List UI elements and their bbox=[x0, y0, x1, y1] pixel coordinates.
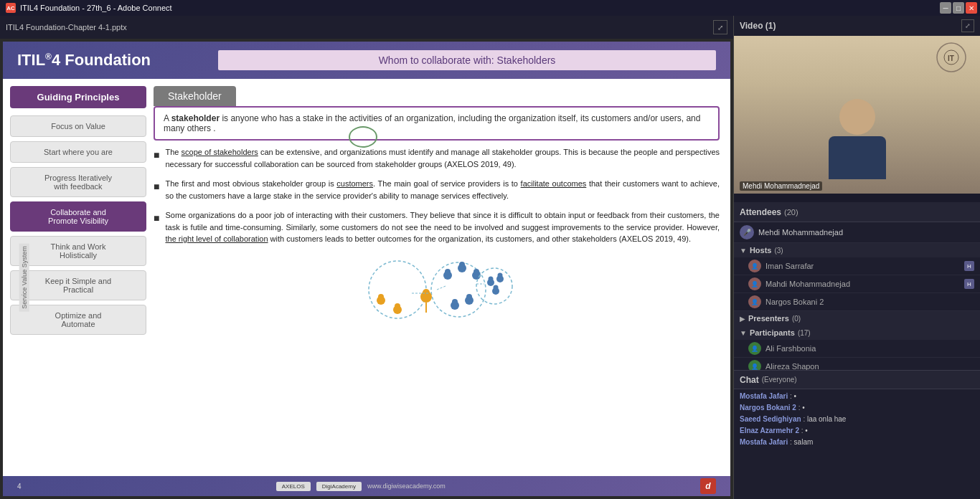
chat-colon-0: : bbox=[790, 392, 792, 400]
presenters-count: (0) bbox=[792, 315, 801, 323]
host-name-2: Nargos Bokani 2 bbox=[765, 298, 974, 306]
presenters-group-header[interactable]: ▶ Presenters (0) bbox=[734, 311, 980, 325]
axelos-logo: AXELOS bbox=[276, 482, 311, 491]
svg-text:IT: IT bbox=[948, 54, 954, 62]
host-name-0: Iman Sarrafar bbox=[765, 262, 960, 270]
footer-logos: AXELOS DigiAcademy www.digiwiseacademy.c… bbox=[276, 482, 446, 491]
video-expand-button[interactable]: ⤢ bbox=[961, 19, 974, 32]
main-attendee-name: Mehdi Mohammadnejad bbox=[758, 228, 843, 237]
attendees-count: (20) bbox=[784, 208, 798, 217]
presenter-name: Mehdi Mohammadnejad bbox=[740, 181, 822, 191]
svg-point-12 bbox=[459, 262, 465, 267]
attendees-title: Attendees bbox=[740, 207, 781, 217]
stakeholder-text: ■ The scope of stakeholders can be exten… bbox=[154, 146, 720, 250]
participant-row-1: 👤 Alireza Shapon bbox=[734, 358, 980, 370]
chat-header: Chat (Everyone) bbox=[734, 371, 980, 389]
svg-point-10 bbox=[445, 269, 451, 275]
participants-count: (17) bbox=[798, 329, 811, 337]
slide-area: ITIL®4 Foundation Whom to collaborate wi… bbox=[3, 42, 730, 496]
chat-sender-4: Mostafa Jafari bbox=[740, 438, 788, 446]
window-controls: ─ □ ✕ bbox=[940, 2, 977, 14]
chat-message-2: Saeed Sedighiyan : laa onla hae bbox=[740, 415, 974, 423]
chat-sender-0: Mostafa Jafari bbox=[740, 392, 788, 400]
svg-point-8 bbox=[395, 303, 400, 309]
window-title: ITIL4 Foundation - 27th_6 - Adobe Connec… bbox=[20, 4, 172, 12]
video-title: Video (1) bbox=[740, 21, 776, 31]
slide-nav: Service Value System Guiding Principles … bbox=[3, 79, 146, 476]
chat-sender-2: Saeed Sedighiyan bbox=[740, 415, 801, 423]
definition-text: A stakeholder is anyone who has a stake … bbox=[164, 113, 700, 133]
d-badge: d bbox=[700, 478, 716, 494]
bullet-text-2: The first and most obvious stakeholder g… bbox=[165, 178, 720, 201]
participants-group-header[interactable]: ▼ Participants (17) bbox=[734, 325, 980, 340]
participant-name-1: Alireza Shapon bbox=[765, 362, 974, 370]
attendees-header: Attendees (20) bbox=[734, 202, 980, 222]
maximize-button[interactable]: □ bbox=[953, 2, 964, 14]
chat-message-3: Elnaz Azarmehr 2 : • bbox=[740, 427, 974, 434]
hosts-label: Hosts bbox=[750, 246, 772, 255]
chat-colon-2: : bbox=[803, 415, 805, 423]
stakeholder-tab[interactable]: Stakeholder bbox=[154, 86, 236, 106]
circle-annotation bbox=[349, 126, 377, 148]
host-avatar-2: 👤 bbox=[748, 295, 761, 308]
presenters-label: Presenters bbox=[748, 314, 789, 323]
host-badge-1: H bbox=[964, 279, 974, 289]
bullet-item-3: ■ Some organizations do a poor job of in… bbox=[154, 209, 720, 250]
chat-text-3: • bbox=[805, 427, 808, 434]
hosts-group-header[interactable]: ▼ Hosts (3) bbox=[734, 243, 980, 257]
nav-optimize[interactable]: Optimize andAutomate bbox=[10, 305, 146, 335]
chat-text-0: • bbox=[794, 392, 797, 400]
participant-row-0: 👤 Ali Farshbonia bbox=[734, 340, 980, 358]
participants-arrow-icon: ▼ bbox=[740, 329, 747, 337]
nav-collaborate[interactable]: Collaborate andPromote Visibility bbox=[10, 201, 146, 232]
main-layout: ITIL4 Foundation-Chapter 4-1.pptx ⤢ ITIL… bbox=[0, 16, 980, 499]
nav-focus-on-value[interactable]: Focus on Value bbox=[10, 115, 146, 137]
nav-think-holistically[interactable]: Think and WorkHolistically bbox=[10, 236, 146, 266]
website-label: www.digiwiseacademy.com bbox=[367, 483, 446, 490]
svg-point-23 bbox=[488, 276, 493, 281]
diagram-area bbox=[154, 254, 720, 328]
svg-point-16 bbox=[466, 294, 472, 300]
network-diagram bbox=[344, 254, 530, 325]
svg-point-3 bbox=[423, 289, 430, 296]
svg-point-18 bbox=[452, 299, 458, 305]
svg-point-6 bbox=[378, 294, 384, 300]
attendees-section: Attendees (20) 🎤 Mehdi Mohammadnejad ▼ H… bbox=[734, 202, 980, 370]
host-avatar-0: 👤 bbox=[748, 260, 761, 272]
slide-title: Whom to collaborate with: Stakeholders bbox=[218, 50, 716, 70]
chat-sender-3: Elnaz Azarmehr 2 bbox=[740, 427, 799, 434]
host-avatar-1: 👤 bbox=[748, 277, 761, 290]
chat-colon-4: : bbox=[790, 438, 792, 446]
nav-start-where-you-are[interactable]: Start where you are bbox=[10, 141, 146, 163]
hosts-arrow-icon: ▼ bbox=[740, 247, 747, 255]
presentation-expand-button[interactable]: ⤢ bbox=[713, 20, 727, 34]
stakeholder-definition: A stakeholder is anyone who has a stake … bbox=[154, 106, 720, 141]
chat-sender-1: Nargos Bokani 2 bbox=[740, 404, 796, 412]
side-label: Service Value System bbox=[19, 243, 29, 311]
chat-message-1: Nargos Bokani 2 : • bbox=[740, 404, 974, 412]
chat-section: Chat (Everyone) Mostafa Jafari : • Nargo… bbox=[734, 370, 980, 499]
chat-message-0: Mostafa Jafari : • bbox=[740, 392, 974, 400]
svg-point-14 bbox=[473, 269, 479, 275]
main-attendee-avatar: 🎤 bbox=[740, 225, 754, 239]
host-row-1: 👤 Mahdi Mohammadnejad H bbox=[734, 275, 980, 293]
digiacademy-logo: DigiAcademy bbox=[316, 482, 362, 491]
presenter-background: IT Mehdi Mohammadnejad bbox=[734, 36, 980, 194]
app-icon: AC bbox=[6, 3, 16, 13]
minimize-button[interactable]: ─ bbox=[940, 2, 951, 14]
presenters-arrow-icon: ▶ bbox=[740, 315, 745, 323]
participant-avatar-1: 👤 bbox=[748, 360, 761, 370]
svg-point-27 bbox=[493, 285, 498, 290]
nav-progress-iteratively[interactable]: Progress Iterativelywith feedback bbox=[10, 167, 146, 197]
decor-svg: IT bbox=[930, 39, 973, 75]
chat-title: Chat bbox=[740, 375, 759, 385]
presentation-header: ITIL4 Foundation-Chapter 4-1.pptx ⤢ bbox=[0, 16, 733, 39]
nav-keep-simple[interactable]: Keep it Simple andPractical bbox=[10, 270, 146, 300]
participant-avatar-0: 👤 bbox=[748, 342, 761, 355]
close-button[interactable]: ✕ bbox=[966, 2, 977, 14]
video-section: Video (1) ⤢ IT Mehdi Mohammadne bbox=[734, 16, 980, 202]
chat-colon-3: : bbox=[801, 427, 804, 434]
svg-point-25 bbox=[497, 272, 502, 277]
presentation-panel: ITIL4 Foundation-Chapter 4-1.pptx ⤢ ITIL… bbox=[0, 16, 733, 499]
presenter-body bbox=[829, 136, 886, 179]
